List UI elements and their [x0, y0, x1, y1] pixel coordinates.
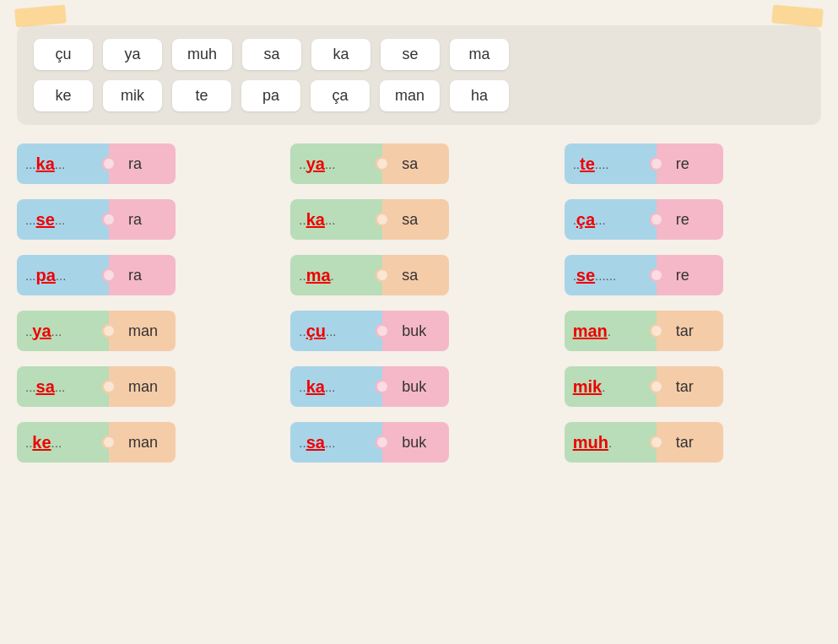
puzzle-connector [101, 422, 116, 463]
puzzle-syllable: mik [573, 377, 602, 397]
word-card-ke[interactable]: ke [34, 80, 93, 111]
svg-point-39 [104, 326, 114, 336]
puzzle-connector [375, 255, 390, 295]
puzzle-prefix: ... [25, 380, 36, 394]
puzzle-right: tar [664, 366, 723, 407]
puzzle-right: buk [390, 422, 449, 463]
puzzle-prefix: ... [25, 157, 36, 171]
word-card-se[interactable]: se [381, 39, 440, 70]
puzzle-syllable: se [36, 210, 55, 230]
puzzle-prefix: ... [25, 213, 36, 227]
puzzle-syllable: man [573, 322, 608, 341]
svg-point-31 [377, 270, 387, 280]
puzzle-item: ...se... ra [17, 198, 273, 241]
puzzle-left: ..ka... [290, 366, 375, 407]
word-card-ma[interactable]: ma [450, 39, 509, 70]
puzzle-syllable: ça [576, 210, 595, 230]
puzzle-prefix: .. [299, 380, 305, 394]
puzzle-connector [101, 143, 116, 184]
puzzle-left: .se...... [565, 255, 649, 295]
puzzle-left: muh. [565, 422, 649, 463]
puzzle-prefix: .. [25, 436, 32, 450]
svg-point-67 [377, 437, 387, 447]
puzzle-prefix: .. [573, 157, 580, 171]
word-card-ka[interactable]: ka [311, 39, 370, 70]
puzzle-syllable: pa [36, 266, 56, 285]
puzzle-suffix: . [608, 324, 611, 338]
svg-point-51 [104, 382, 114, 392]
puzzle-suffix: ... [595, 213, 606, 227]
puzzle-right: ra [116, 143, 176, 184]
puzzle-suffix: ... [326, 324, 337, 338]
puzzle-right: man [116, 422, 176, 463]
word-card-pa[interactable]: pa [241, 80, 300, 111]
puzzle-connector [375, 422, 390, 463]
word-card-mik[interactable]: mik [103, 80, 162, 111]
word-card-sa[interactable]: sa [242, 39, 301, 70]
puzzle-syllable: ma [306, 266, 331, 285]
svg-point-35 [651, 270, 662, 280]
puzzle-left: ..sa... [290, 422, 375, 463]
puzzle-item: ...pa... ra [17, 253, 273, 297]
puzzle-right: re [664, 199, 723, 240]
puzzle-item: ..ya... man [17, 309, 273, 353]
puzzle-suffix: ... [55, 157, 66, 171]
puzzle-item: ..ka... buk [290, 365, 547, 409]
puzzle-item: .ça... re [565, 198, 821, 241]
puzzle-syllable: se [576, 266, 595, 285]
word-card-man[interactable]: man [380, 80, 440, 111]
puzzle-prefix: .. [299, 157, 305, 171]
puzzle-connector [375, 199, 390, 240]
puzzle-suffix: ... [325, 380, 336, 394]
puzzle-right: sa [390, 199, 449, 240]
word-card-ha[interactable]: ha [450, 80, 509, 111]
puzzle-right: sa [390, 143, 449, 184]
puzzle-syllable: ka [306, 377, 325, 397]
puzzle-item: ..ma. sa [290, 253, 547, 297]
puzzle-suffix: . [602, 380, 605, 394]
puzzle-left: ..ka... [290, 199, 375, 240]
puzzle-item: muh. tar [565, 420, 821, 464]
puzzle-left: ..te.... [565, 143, 649, 184]
svg-point-59 [651, 382, 662, 392]
svg-point-7 [377, 159, 387, 169]
puzzle-right: ra [116, 255, 176, 295]
puzzle-syllable: ka [36, 154, 55, 174]
svg-point-23 [651, 214, 662, 225]
puzzle-prefix: .. [299, 436, 305, 450]
puzzle-connector [649, 311, 664, 351]
puzzle-left: ..ma. [290, 255, 375, 295]
puzzle-connector [101, 311, 116, 351]
puzzle-item: ..sa... buk [290, 420, 547, 464]
word-card-muh[interactable]: muh [172, 39, 232, 70]
word-card-ça[interactable]: ça [311, 80, 370, 111]
puzzle-suffix: .... [595, 157, 609, 171]
puzzle-left: ...ka... [17, 143, 101, 184]
puzzle-left: man. [565, 311, 649, 351]
puzzle-syllable: sa [36, 377, 55, 397]
svg-point-55 [377, 382, 387, 392]
puzzle-prefix: .. [299, 213, 305, 227]
puzzle-connector [101, 255, 116, 295]
puzzle-connector [649, 143, 664, 184]
word-card-çu[interactable]: çu [34, 39, 93, 70]
puzzle-suffix: ... [325, 213, 336, 227]
puzzle-item: ..ka... sa [290, 198, 547, 241]
svg-point-27 [104, 270, 114, 280]
puzzle-suffix: ... [55, 213, 66, 227]
tape-top-left [14, 4, 67, 27]
word-card-ya[interactable]: ya [103, 39, 162, 70]
puzzle-right: buk [390, 311, 449, 351]
puzzle-connector [649, 255, 664, 295]
puzzle-left: ..ya... [290, 143, 375, 184]
card-row-2: kemiktepaçamanha [34, 80, 804, 111]
puzzle-right: ra [116, 199, 176, 240]
puzzle-connector [375, 311, 390, 351]
puzzle-right: tar [664, 311, 723, 351]
puzzle-right: man [116, 366, 176, 407]
puzzle-connector [649, 366, 664, 407]
puzzle-suffix: . [331, 268, 334, 283]
puzzle-connector [101, 366, 116, 407]
svg-point-3 [104, 159, 114, 169]
word-card-te[interactable]: te [172, 80, 231, 111]
